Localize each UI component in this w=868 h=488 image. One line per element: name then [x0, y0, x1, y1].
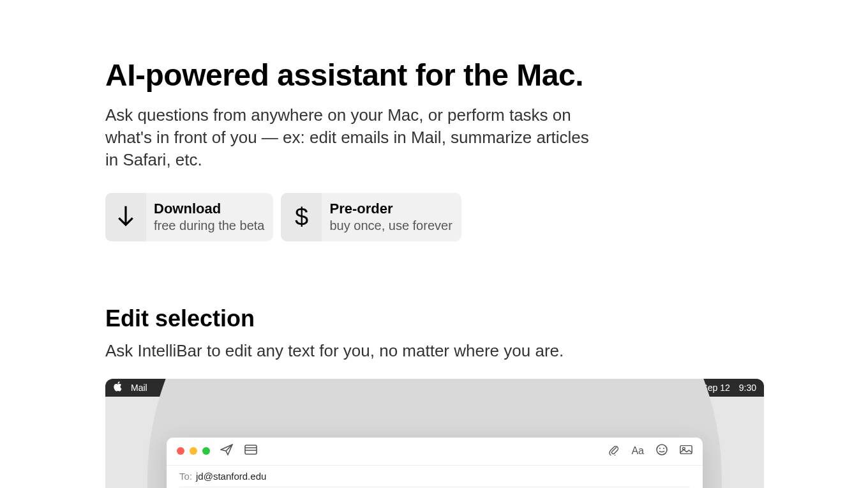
section-title: Edit selection [105, 305, 763, 332]
mail-to-value: jd@stanford.edu [196, 471, 266, 482]
window-traffic-lights[interactable] [177, 447, 210, 455]
attachment-icon[interactable] [607, 444, 620, 458]
svg-rect-7 [245, 445, 257, 454]
dollar-icon: $ [281, 193, 322, 241]
download-label: Download [154, 201, 264, 217]
mail-compose-window: Aa To: jd@stanford.edu [167, 438, 703, 488]
header-fields-icon[interactable] [244, 444, 257, 458]
svg-point-11 [659, 448, 661, 449]
download-sub: free during the beta [154, 218, 264, 234]
apple-logo-icon [113, 381, 122, 393]
zoom-icon[interactable] [202, 447, 210, 455]
menubar-time: 9:30 [739, 383, 756, 393]
svg-point-12 [663, 448, 664, 449]
hero-title: AI-powered assistant for the Mac. [105, 57, 763, 93]
mail-to-row[interactable]: To: jd@stanford.edu [179, 466, 690, 487]
section-subtitle: Ask IntelliBar to edit any text for you,… [105, 341, 763, 361]
svg-point-10 [657, 445, 667, 455]
mail-to-label: To: [179, 471, 192, 482]
preorder-button[interactable]: $ Pre-order buy once, use forever [281, 193, 461, 241]
desktop-area: Aa To: jd@stanford.edu [105, 397, 764, 488]
menubar-app-name: Mail [131, 383, 147, 393]
cta-row: Download free during the beta $ Pre-orde… [105, 193, 763, 241]
download-icon [105, 193, 146, 241]
close-icon[interactable] [177, 447, 184, 455]
emoji-icon[interactable] [655, 444, 668, 458]
download-button[interactable]: Download free during the beta [105, 193, 273, 241]
preorder-sub: buy once, use forever [329, 218, 452, 234]
mail-titlebar: Aa [167, 438, 703, 466]
send-icon[interactable] [220, 444, 233, 458]
hero-subtitle: Ask questions from anywhere on your Mac,… [105, 104, 603, 171]
svg-rect-13 [680, 446, 692, 454]
photo-icon[interactable] [680, 444, 692, 458]
preorder-label: Pre-order [329, 201, 452, 217]
mac-screenshot: Mail Tue Sep 12 9:30 [105, 379, 764, 488]
format-icon[interactable]: Aa [631, 445, 644, 457]
minimize-icon[interactable] [190, 447, 197, 455]
